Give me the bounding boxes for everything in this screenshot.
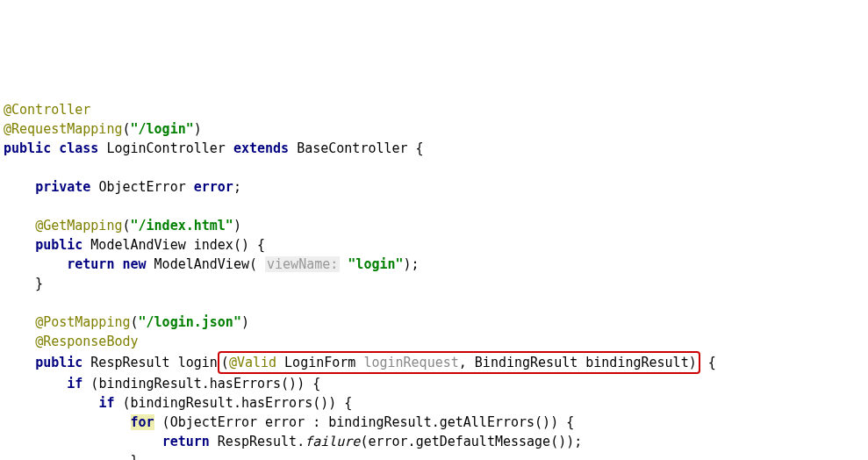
keyword-class: class	[59, 140, 98, 156]
method-haserrors: hasErrors	[210, 376, 281, 392]
type-loginform: LoginForm	[284, 355, 355, 370]
method-getallerrors: getAllErrors	[440, 414, 534, 430]
keyword-public: public	[35, 237, 82, 253]
type-modelandview: ModelAndView	[154, 256, 249, 272]
method-failure: failure	[305, 434, 360, 449]
paren: (	[122, 121, 130, 137]
hint-viewname: viewName:	[265, 256, 340, 272]
base-class: BaseController	[297, 140, 407, 156]
highlighted-params: (@Valid LoginForm loginRequest, BindingR…	[218, 351, 700, 374]
method-haserrors: hasErrors	[241, 395, 312, 411]
paren: )	[194, 121, 202, 137]
keyword-private: private	[35, 179, 90, 195]
string-index-path: "/index.html"	[131, 218, 233, 234]
type-respresult: RespResult	[218, 434, 297, 449]
keyword-public: public	[35, 355, 82, 370]
keyword-public: public	[4, 140, 51, 156]
code-block: @Controller @RequestMapping("/login") pu…	[4, 81, 864, 460]
var-bindingresult: bindingResult	[131, 395, 233, 411]
type-respresult: RespResult	[90, 355, 169, 370]
annotation-requestmapping: @RequestMapping	[4, 121, 122, 137]
annotation-controller: @Controller	[4, 102, 90, 118]
param-loginrequest: loginRequest	[363, 355, 458, 370]
annotation-getmapping: @GetMapping	[35, 218, 122, 234]
type-objecterror: ObjectError	[170, 414, 257, 430]
keyword-if: if	[67, 376, 82, 392]
type-objecterror: ObjectError	[98, 179, 185, 195]
var-bindingresult: bindingResult	[98, 376, 201, 392]
keyword-for: for	[131, 414, 154, 430]
param-bindingresult: bindingResult	[585, 355, 688, 370]
method-getdefaultmessage: getDefaultMessage	[416, 434, 551, 449]
string-login-path: "/login"	[131, 121, 194, 137]
keyword-new: new	[122, 256, 146, 272]
annotation-postmapping: @PostMapping	[35, 314, 130, 330]
annotation-responsebody: @ResponseBody	[35, 334, 138, 349]
field-error: error	[194, 179, 233, 195]
method-login: login	[178, 355, 218, 370]
type-modelandview: ModelAndView	[90, 237, 185, 253]
type-bindingresult: BindingResult	[475, 355, 577, 370]
var-error: error	[265, 414, 305, 430]
var-error: error	[368, 434, 407, 449]
string-login-json: "/login.json"	[139, 314, 241, 330]
keyword-extends: extends	[233, 140, 289, 156]
method-index: index	[194, 237, 233, 253]
keyword-return: return	[162, 434, 210, 449]
class-name: LoginController	[106, 140, 225, 156]
var-bindingresult: bindingResult	[328, 414, 431, 430]
annotation-valid: @Valid	[229, 355, 276, 370]
keyword-if: if	[98, 395, 114, 411]
keyword-return: return	[67, 256, 114, 272]
string-login: "login"	[348, 256, 403, 272]
